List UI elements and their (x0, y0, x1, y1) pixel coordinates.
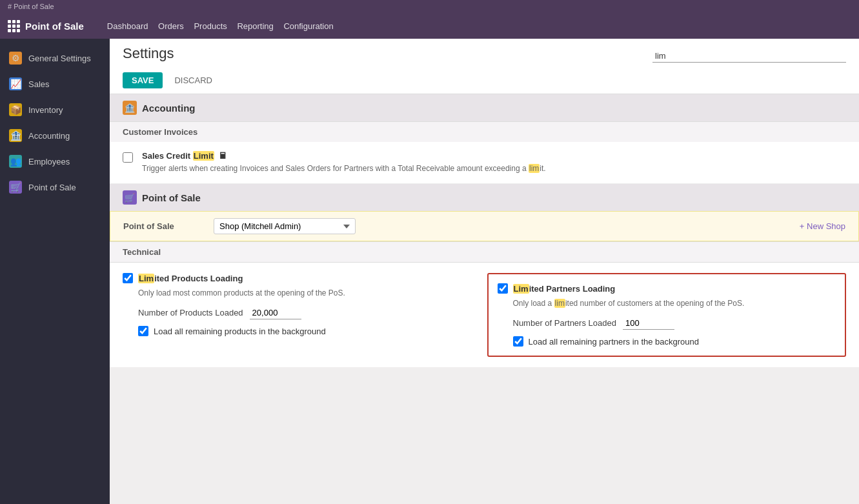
limit-highlight: Limit (193, 151, 214, 161)
sidebar-label-general-settings: General Settings (28, 54, 91, 63)
limited-partners-desc: Only load a limited number of customers … (498, 297, 836, 309)
nav-configuration[interactable]: Configuration (279, 19, 337, 34)
main-content: Settings SAVE DISCARD 🏦 Accounting Custo… (110, 39, 859, 504)
app-layout: ⚙ General Settings 📈 Sales 📦 Inventory 🏦… (0, 39, 859, 504)
num-products-row: Number of Products Loaded (123, 307, 461, 319)
lim-partners-highlight: Lim (513, 284, 529, 294)
sales-credit-limit-content: Sales Credit Limit 🖩 Trigger alerts when… (142, 151, 546, 174)
limited-partners-title: Limited Partners Loading (498, 283, 836, 294)
num-products-label: Number of Products Loaded (138, 307, 243, 319)
nav-products[interactable]: Products (190, 19, 230, 34)
num-partners-label: Number of Partners Loaded (513, 317, 616, 330)
employees-icon: 👥 (9, 155, 22, 168)
action-buttons-bar: SAVE DISCARD (110, 67, 859, 94)
limited-partners-checkbox[interactable] (498, 283, 508, 294)
nav-dashboard[interactable]: Dashboard (103, 19, 152, 34)
sales-credit-limit-row: Sales Credit Limit 🖩 Trigger alerts when… (110, 142, 859, 184)
settings-header: Settings (110, 39, 859, 67)
grid-icon (8, 20, 20, 32)
settings-content: 🏦 Accounting Customer Invoices Sales Cre… (110, 94, 859, 367)
sidebar-item-employees[interactable]: 👥 Employees (0, 148, 110, 174)
accounting-section-heading: 🏦 Accounting (110, 94, 859, 121)
limited-partners-column: Limited Partners Loading Only load a lim… (487, 273, 847, 357)
load-remaining-partners-label: Load all remaining partners in the backg… (529, 337, 700, 347)
limited-products-desc: Only load most common products at the op… (123, 287, 461, 299)
top-navigation: Dashboard Orders Products Reporting Conf… (103, 21, 338, 31)
discard-button[interactable]: DISCARD (165, 72, 221, 88)
sidebar-item-accounting[interactable]: 🏦 Accounting (0, 123, 110, 148)
nav-orders[interactable]: Orders (154, 19, 188, 34)
general-settings-icon: ⚙ (9, 52, 22, 65)
technical-content: Limited Products Loading Only load most … (110, 263, 859, 367)
app-name: Point of Sale (25, 21, 84, 32)
lim-products-highlight: Lim (138, 274, 154, 283)
sidebar-item-inventory[interactable]: 📦 Inventory (0, 97, 110, 123)
load-remaining-products-row: Load all remaining products in the backg… (123, 326, 461, 336)
nav-reporting[interactable]: Reporting (233, 19, 277, 34)
page-title: Settings (123, 45, 174, 62)
breadcrumb-bar: # Point of Sale (0, 0, 859, 13)
accounting-section-icon: 🏦 (123, 101, 137, 115)
pos-heading-label: Point of Sale (142, 192, 201, 203)
technical-heading: Technical (110, 241, 859, 263)
sidebar-item-point-of-sale[interactable]: 🛒 Point of Sale (0, 174, 110, 200)
breadcrumb-link[interactable]: # Point of Sale (8, 3, 54, 10)
pos-selector-bar: Point of Sale Shop (Mitchell Admin) + Ne… (110, 211, 859, 241)
sidebar-item-general-settings[interactable]: ⚙ General Settings (0, 45, 110, 71)
sidebar-label-pos: Point of Sale (28, 183, 76, 192)
new-shop-link[interactable]: + New Shop (800, 221, 845, 231)
sidebar-item-sales[interactable]: 📈 Sales (0, 71, 110, 97)
accounting-icon: 🏦 (9, 129, 22, 142)
sidebar-label-inventory: Inventory (28, 105, 63, 115)
sales-credit-limit-checkbox[interactable] (123, 152, 133, 163)
sales-icon: 📈 (9, 77, 22, 90)
lim-highlight-desc: lim (529, 164, 540, 173)
app-brand: Point of Sale (8, 20, 84, 32)
pos-selector-label: Point of Sale (123, 221, 201, 231)
num-partners-row: Number of Partners Loaded (498, 317, 836, 330)
sidebar: ⚙ General Settings 📈 Sales 📦 Inventory 🏦… (0, 39, 110, 504)
load-remaining-products-label: Load all remaining products in the backg… (154, 327, 326, 336)
lim-partners-desc-highlight: lim (554, 299, 565, 308)
sales-credit-desc: Trigger alerts when creating Invoices an… (142, 163, 546, 174)
limited-products-column: Limited Products Loading Only load most … (123, 273, 461, 357)
limited-products-title: Limited Products Loading (123, 273, 461, 283)
load-remaining-products-checkbox[interactable] (138, 326, 148, 336)
sidebar-label-sales: Sales (28, 79, 50, 89)
inventory-icon: 📦 (9, 103, 22, 116)
sidebar-label-employees: Employees (28, 157, 70, 166)
accounting-heading-label: Accounting (142, 103, 196, 114)
save-button[interactable]: SAVE (123, 72, 163, 88)
topbar: Point of Sale Dashboard Orders Products … (0, 13, 859, 39)
sales-credit-limit-label: Sales Credit Limit 🖩 (142, 151, 546, 161)
load-remaining-partners-row: Load all remaining partners in the backg… (498, 336, 836, 347)
pos-section-icon: 🛒 (123, 190, 137, 205)
pos-dropdown[interactable]: Shop (Mitchell Admin) (214, 218, 356, 234)
search-input[interactable] (652, 50, 846, 63)
pos-section-heading: 🛒 Point of Sale (110, 184, 859, 211)
load-remaining-partners-checkbox[interactable] (513, 336, 523, 347)
pos-icon: 🛒 (9, 181, 22, 194)
calculator-icon: 🖩 (219, 151, 227, 161)
num-partners-input[interactable] (623, 317, 674, 330)
customer-invoices-heading: Customer Invoices (110, 121, 859, 142)
sidebar-label-accounting: Accounting (28, 131, 70, 141)
limited-products-checkbox[interactable] (123, 273, 133, 283)
num-products-input[interactable] (250, 307, 301, 319)
